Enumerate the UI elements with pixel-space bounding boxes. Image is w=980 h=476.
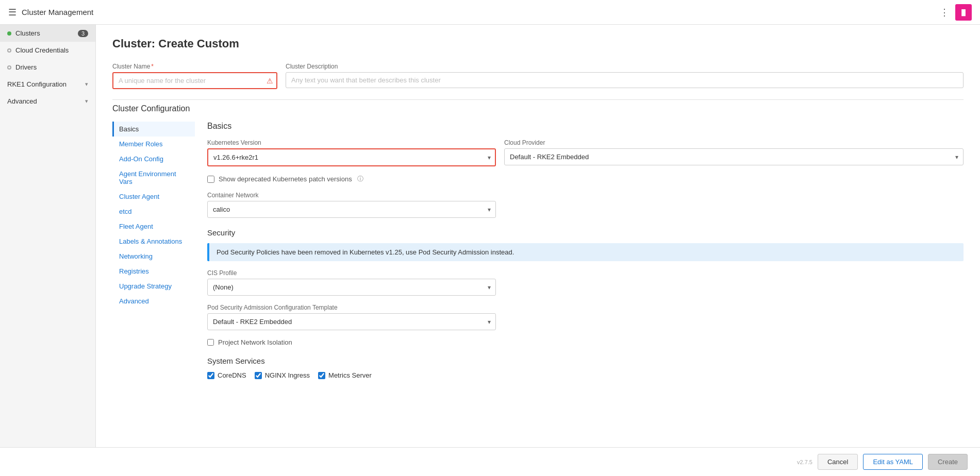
config-nav-registries[interactable]: Registries bbox=[112, 264, 195, 279]
cloud-provider-select-wrapper: Default - RKE2 Embedded ▾ bbox=[504, 148, 964, 165]
config-nav-agent-env-vars[interactable]: Agent Environment Vars bbox=[112, 166, 195, 189]
advanced-chevron-icon: ▾ bbox=[85, 98, 88, 105]
metrics-server-checkbox[interactable] bbox=[318, 372, 325, 379]
drivers-dot bbox=[7, 65, 11, 70]
sidebar-item-drivers[interactable]: Drivers bbox=[0, 59, 95, 76]
project-network-isolation-label: Project Network Isolation bbox=[218, 338, 292, 346]
sidebar-item-advanced[interactable]: Advanced ▾ bbox=[0, 93, 95, 110]
cancel-button[interactable]: Cancel bbox=[818, 454, 858, 470]
basics-section-title: Basics bbox=[207, 122, 964, 131]
config-nav-advanced[interactable]: Advanced bbox=[112, 294, 195, 309]
header-right: ⋮ ▐▌ bbox=[940, 4, 972, 21]
cluster-name-group: Cluster Name* ⚠ bbox=[112, 63, 277, 89]
metrics-server-service-check: Metrics Server bbox=[318, 371, 372, 379]
pod-security-select-wrapper: Default - RKE2 Embedded ▾ bbox=[207, 313, 496, 330]
pod-security-group: Pod Security Admission Configuration Tem… bbox=[207, 304, 496, 330]
cluster-config-title: Cluster Configuration bbox=[112, 99, 964, 113]
page-title: Cluster: Create Custom bbox=[112, 37, 964, 50]
more-options-icon[interactable]: ⋮ bbox=[940, 7, 949, 18]
page-title-suffix: Create Custom bbox=[158, 37, 239, 50]
cloud-provider-group: Cloud Provider Default - RKE2 Embedded ▾ bbox=[504, 139, 964, 166]
hamburger-icon[interactable]: ☰ bbox=[8, 7, 16, 18]
sidebar-item-cloud-credentials[interactable]: Cloud Credentials bbox=[0, 42, 95, 59]
nginx-ingress-checkbox[interactable] bbox=[255, 372, 262, 379]
app-title: Cluster Management bbox=[22, 8, 93, 16]
footer-bar: v2.7.5 Cancel Edit as YAML Create bbox=[0, 447, 980, 476]
project-network-isolation-row: Project Network Isolation bbox=[207, 338, 964, 346]
security-info-banner: Pod Security Policies have been removed … bbox=[207, 243, 964, 261]
pod-security-row: Pod Security Admission Configuration Tem… bbox=[207, 304, 964, 330]
coredns-label: CoreDNS bbox=[218, 371, 246, 379]
cloud-provider-label: Cloud Provider bbox=[504, 139, 964, 146]
nginx-ingress-label: NGINX Ingress bbox=[265, 371, 310, 379]
app-header: ☰ Cluster Management ⋮ ▐▌ bbox=[0, 0, 980, 25]
sidebar-label-advanced: Advanced bbox=[7, 97, 37, 105]
pod-security-select[interactable]: Default - RKE2 Embedded bbox=[207, 313, 496, 330]
cis-profile-select-wrapper: (None) ▾ bbox=[207, 279, 496, 296]
container-network-group: Container Network calico ▾ bbox=[207, 192, 496, 218]
sidebar-label-cloud-credentials: Cloud Credentials bbox=[15, 46, 69, 54]
cis-profile-row: CIS Profile (None) ▾ bbox=[207, 269, 964, 296]
sidebar-label-clusters: Clusters bbox=[15, 29, 40, 37]
config-nav-cluster-agent[interactable]: Cluster Agent bbox=[112, 189, 195, 204]
container-network-select[interactable]: calico bbox=[207, 201, 496, 218]
sidebar-label-rke1: RKE1 Configuration bbox=[7, 80, 67, 88]
config-nav-networking[interactable]: Networking bbox=[112, 249, 195, 264]
cluster-desc-label: Cluster Description bbox=[286, 63, 964, 70]
clusters-count: 3 bbox=[78, 30, 88, 37]
cluster-name-label: Cluster Name* bbox=[112, 63, 277, 70]
avatar[interactable]: ▐▌ bbox=[955, 4, 972, 21]
create-button[interactable]: Create bbox=[928, 454, 968, 470]
config-nav-etcd[interactable]: etcd bbox=[112, 204, 195, 219]
nginx-ingress-service-check: NGINX Ingress bbox=[255, 371, 310, 379]
sidebar-item-clusters[interactable]: Clusters 3 bbox=[0, 25, 95, 42]
metrics-server-label: Metrics Server bbox=[328, 371, 372, 379]
cloud-provider-select[interactable]: Default - RKE2 Embedded bbox=[504, 148, 964, 165]
container-network-select-wrapper: calico ▾ bbox=[207, 201, 496, 218]
deprecated-info-icon: ⓘ bbox=[357, 175, 363, 183]
kubernetes-version-group: Kubernetes Version v1.26.6+rke2r1 ▾ bbox=[207, 139, 496, 166]
k8s-version-select-wrapper: v1.26.6+rke2r1 ▾ bbox=[207, 148, 496, 166]
cis-profile-select[interactable]: (None) bbox=[207, 279, 496, 296]
config-nav-fleet-agent[interactable]: Fleet Agent bbox=[112, 219, 195, 234]
content-area: Cluster: Create Custom Cluster Name* ⚠ C… bbox=[96, 25, 980, 447]
container-network-row: Container Network calico ▾ bbox=[207, 192, 964, 218]
config-nav-labels-annotations[interactable]: Labels & Annotations bbox=[112, 234, 195, 249]
system-services-title: System Services bbox=[207, 356, 964, 365]
warning-icon: ⚠ bbox=[267, 77, 273, 85]
config-layout: Basics Member Roles Add-On Config Agent … bbox=[112, 122, 964, 379]
header-left: ☰ Cluster Management bbox=[8, 7, 93, 18]
page-title-prefix: Cluster: bbox=[112, 37, 155, 50]
coredns-service-check: CoreDNS bbox=[207, 371, 246, 379]
show-deprecated-label: Show deprecated Kubernetes patch version… bbox=[219, 175, 352, 183]
project-network-isolation-checkbox[interactable] bbox=[207, 339, 214, 346]
config-nav-addon-config[interactable]: Add-On Config bbox=[112, 151, 195, 166]
clusters-dot bbox=[7, 31, 11, 36]
system-services-checks: CoreDNS NGINX Ingress Metrics Server bbox=[207, 371, 964, 379]
cluster-name-input-wrapper: ⚠ bbox=[112, 72, 277, 89]
config-nav-basics[interactable]: Basics bbox=[112, 122, 195, 137]
sidebar-label-drivers: Drivers bbox=[15, 63, 37, 71]
cis-profile-group: CIS Profile (None) ▾ bbox=[207, 269, 496, 296]
main-layout: Clusters 3 Cloud Credentials Drivers RKE… bbox=[0, 25, 980, 447]
show-deprecated-checkbox[interactable] bbox=[207, 176, 214, 183]
cluster-desc-input[interactable] bbox=[286, 72, 964, 88]
edit-as-yaml-button[interactable]: Edit as YAML bbox=[863, 454, 923, 470]
sidebar-item-rke1-config[interactable]: RKE1 Configuration ▾ bbox=[0, 76, 95, 93]
config-nav-upgrade-strategy[interactable]: Upgrade Strategy bbox=[112, 279, 195, 294]
config-content: Basics Kubernetes Version v1.26.6+rke2r1… bbox=[207, 122, 964, 379]
coredns-checkbox[interactable] bbox=[207, 372, 214, 379]
config-nav-member-roles[interactable]: Member Roles bbox=[112, 137, 195, 151]
cluster-name-input[interactable] bbox=[112, 72, 277, 89]
cluster-desc-group: Cluster Description bbox=[286, 63, 964, 89]
cloud-creds-dot bbox=[7, 48, 11, 53]
version-label: v2.7.5 bbox=[797, 459, 812, 465]
cis-profile-label: CIS Profile bbox=[207, 269, 496, 277]
k8s-cloud-row: Kubernetes Version v1.26.6+rke2r1 ▾ Clou… bbox=[207, 139, 964, 166]
pod-security-label: Pod Security Admission Configuration Tem… bbox=[207, 304, 496, 311]
sidebar: Clusters 3 Cloud Credentials Drivers RKE… bbox=[0, 25, 96, 447]
kubernetes-version-select[interactable]: v1.26.6+rke2r1 bbox=[207, 148, 496, 166]
rke1-chevron-icon: ▾ bbox=[85, 81, 88, 88]
deprecated-versions-row: Show deprecated Kubernetes patch version… bbox=[207, 175, 964, 183]
k8s-version-label: Kubernetes Version bbox=[207, 139, 496, 146]
